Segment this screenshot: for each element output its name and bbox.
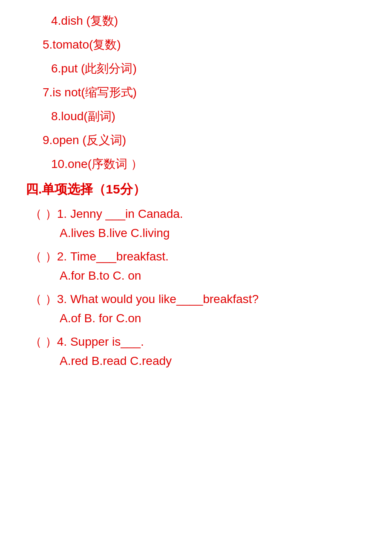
- section-title: 四.单项选择（15分）: [26, 181, 366, 198]
- item-10: 10.one(序数词 ）: [26, 156, 366, 172]
- question-3-text: （ ）3. What would you like____breakfast?: [26, 291, 366, 307]
- question-4-text: （ ）4. Supper is___.: [26, 334, 366, 350]
- item-4: 4.dish (复数): [26, 13, 366, 29]
- question-4: （ ）4. Supper is___. A.red B.read C.ready: [26, 334, 366, 368]
- question-4-options: A.red B.read C.ready: [26, 354, 366, 368]
- items-list: 4.dish (复数) 5.tomato(复数) 6.put (此刻分词) 7.…: [26, 13, 366, 172]
- question-3: （ ）3. What would you like____breakfast? …: [26, 291, 366, 325]
- question-2-text: （ ）2. Time___breakfast.: [26, 249, 366, 265]
- item-9: 9.open (反义词): [26, 132, 366, 148]
- content-area: 4.dish (复数) 5.tomato(复数) 6.put (此刻分词) 7.…: [26, 13, 366, 368]
- question-3-options: A.of B. for C.on: [26, 312, 366, 325]
- item-6: 6.put (此刻分词): [26, 61, 366, 77]
- question-1-options: A.lives B.live C.living: [26, 226, 366, 240]
- item-7: 7.is not(缩写形式): [26, 84, 366, 101]
- questions-list: （ ）1. Jenny ___in Canada. A.lives B.live…: [26, 206, 366, 368]
- item-8: 8.loud(副词): [26, 108, 366, 124]
- question-2: （ ）2. Time___breakfast. A.for B.to C. on: [26, 249, 366, 283]
- question-1-text: （ ）1. Jenny ___in Canada.: [26, 206, 366, 222]
- question-1: （ ）1. Jenny ___in Canada. A.lives B.live…: [26, 206, 366, 240]
- item-5: 5.tomato(复数): [26, 37, 366, 53]
- question-2-options: A.for B.to C. on: [26, 269, 366, 283]
